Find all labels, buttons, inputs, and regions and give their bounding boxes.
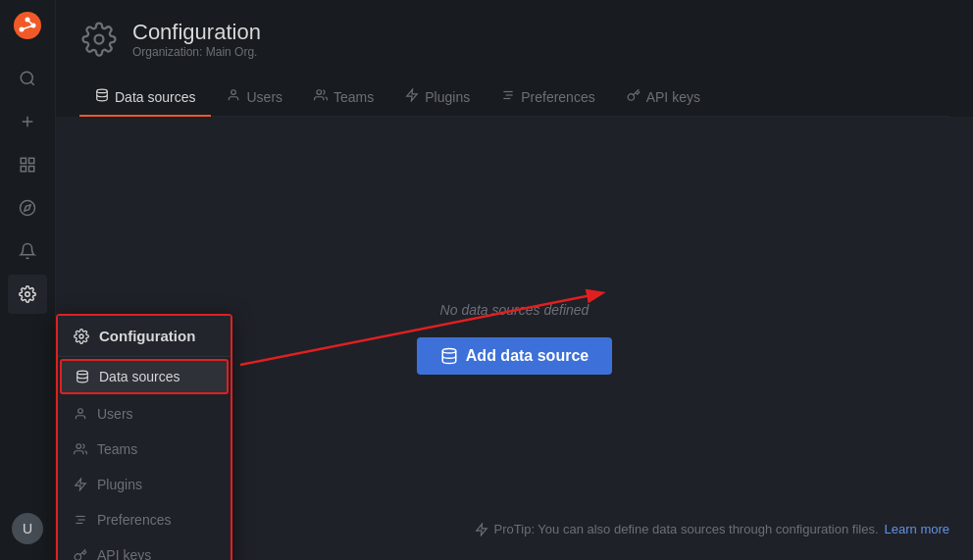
- teams-icon: [314, 88, 328, 105]
- flyout-datasources-label: Data sources: [99, 369, 179, 384]
- protip-text: ProTip: You can also define data sources…: [494, 522, 879, 536]
- add-datasource-button[interactable]: Add data source: [417, 337, 612, 375]
- page-subtitle: Organization: Main Org.: [132, 45, 261, 59]
- svg-marker-31: [76, 479, 86, 490]
- svg-point-29: [78, 409, 83, 414]
- page-title: Configuration: [132, 20, 261, 45]
- flyout-item-users[interactable]: Users: [58, 396, 230, 432]
- grafana-logo-svg: [12, 10, 43, 41]
- sidebar-configuration[interactable]: [8, 275, 47, 314]
- svg-point-18: [97, 90, 108, 94]
- svg-marker-15: [25, 205, 30, 211]
- grafana-logo[interactable]: [10, 8, 45, 43]
- page-header: Configuration Organization: Main Org. Da…: [56, 0, 973, 117]
- protip-icon: [475, 523, 488, 536]
- svg-point-20: [317, 90, 322, 95]
- tab-plugins-label: Plugins: [425, 89, 470, 105]
- config-icon: [79, 20, 119, 59]
- flyout-teams-icon: [74, 442, 87, 456]
- tab-teams-label: Teams: [333, 89, 374, 105]
- flyout-container: Configuration Data sources Users: [56, 314, 232, 560]
- protip: ProTip: You can also define data sources…: [475, 522, 949, 536]
- flyout-teams-label: Teams: [97, 441, 137, 457]
- svg-point-17: [95, 35, 104, 44]
- tab-datasources-label: Data sources: [115, 89, 195, 105]
- flyout-item-preferences[interactable]: Preferences: [58, 502, 230, 537]
- flyout-apikeys-label: API keys: [97, 547, 151, 560]
- flyout-plugins-icon: [74, 478, 87, 491]
- preferences-icon: [501, 88, 515, 105]
- sidebar-search[interactable]: [8, 59, 47, 98]
- tab-plugins[interactable]: Plugins: [389, 78, 486, 117]
- flyout-preferences-icon: [74, 513, 87, 527]
- svg-rect-12: [21, 167, 26, 172]
- tabs: Data sources Users: [79, 78, 949, 117]
- flyout-plugins-label: Plugins: [97, 477, 142, 492]
- svg-rect-11: [29, 158, 34, 163]
- sidebar-new[interactable]: [8, 102, 47, 141]
- flyout-menu: Configuration Data sources Users: [56, 314, 232, 560]
- sidebar-alerting[interactable]: [8, 231, 47, 271]
- svg-point-6: [21, 72, 32, 83]
- svg-rect-10: [21, 158, 26, 163]
- flyout-datasources-icon: [76, 370, 89, 383]
- svg-point-0: [14, 12, 41, 39]
- tab-apikeys[interactable]: API keys: [611, 78, 716, 117]
- page-title-row: Configuration Organization: Main Org.: [79, 20, 949, 59]
- svg-marker-26: [476, 524, 486, 535]
- sidebar: U: [0, 0, 56, 560]
- flyout-item-datasources[interactable]: Data sources: [60, 359, 229, 394]
- tab-teams[interactable]: Teams: [298, 78, 389, 117]
- users-icon: [227, 88, 240, 105]
- flyout-users-icon: [74, 407, 87, 421]
- flyout-apikeys-icon: [74, 548, 87, 560]
- flyout-config-icon: [74, 329, 89, 344]
- sidebar-explore[interactable]: [8, 188, 47, 228]
- datasources-icon: [95, 88, 109, 105]
- sidebar-dashboards[interactable]: [8, 145, 47, 184]
- tab-datasources[interactable]: Data sources: [79, 78, 211, 117]
- flyout-preferences-label: Preferences: [97, 512, 171, 528]
- apikeys-icon: [627, 88, 640, 105]
- add-datasource-icon: [440, 347, 458, 365]
- user-avatar[interactable]: U: [12, 513, 43, 544]
- flyout-item-apikeys[interactable]: API keys: [58, 537, 230, 560]
- tab-preferences-label: Preferences: [521, 89, 594, 105]
- svg-line-7: [30, 81, 33, 84]
- svg-point-30: [77, 444, 81, 449]
- no-datasource-message: No data sources defined: [440, 302, 589, 318]
- svg-point-25: [442, 349, 456, 354]
- add-datasource-label: Add data source: [466, 347, 589, 365]
- flyout-users-label: Users: [97, 406, 133, 422]
- tab-apikeys-label: API keys: [646, 89, 700, 105]
- flyout-title: Configuration: [99, 328, 195, 344]
- svg-marker-21: [407, 90, 418, 102]
- tab-preferences[interactable]: Preferences: [486, 78, 610, 117]
- flyout-header: Configuration: [58, 316, 230, 357]
- tab-users-label: Users: [246, 89, 282, 105]
- svg-rect-13: [29, 167, 34, 172]
- plugins-icon: [405, 88, 419, 105]
- flyout-item-teams[interactable]: Teams: [58, 432, 230, 467]
- learn-more-link[interactable]: Learn more: [885, 522, 949, 536]
- page-title-text: Configuration Organization: Main Org.: [132, 20, 261, 59]
- svg-point-19: [231, 90, 236, 95]
- flyout-item-plugins[interactable]: Plugins: [58, 467, 230, 502]
- svg-point-16: [26, 292, 30, 297]
- svg-point-14: [21, 201, 35, 216]
- tab-users[interactable]: Users: [211, 78, 298, 117]
